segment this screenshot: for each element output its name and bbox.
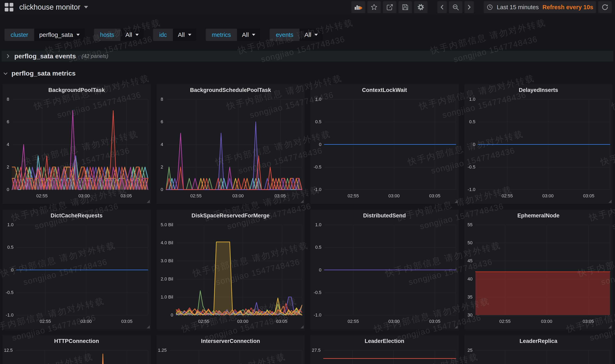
- filter-idc[interactable]: idc All: [153, 29, 196, 41]
- y-axis-tick-label: -1.0: [2, 312, 13, 318]
- x-axis-tick-label: 02:55: [30, 193, 54, 199]
- filter-events-value[interactable]: All: [299, 29, 323, 41]
- panel-title[interactable]: HTTPConnection: [2, 338, 151, 344]
- x-axis-tick-label: 03:00: [226, 193, 250, 199]
- filter-idc-value[interactable]: All: [173, 29, 196, 41]
- x-axis-tick-label: 02:55: [192, 319, 216, 324]
- panel-resize-handle[interactable]: [147, 200, 150, 203]
- chevron-down-icon: [252, 34, 255, 36]
- panel-title[interactable]: LeaderElection: [310, 338, 459, 344]
- panel-resize-handle[interactable]: [608, 325, 612, 328]
- panel-title[interactable]: LeaderReplica: [464, 338, 613, 344]
- filter-metrics-value[interactable]: All: [237, 29, 260, 41]
- chart-panel: DelayedInserts 1.00.50-0.5-1.002:5503:00…: [464, 84, 613, 204]
- y-axis-tick-label: 4: [2, 142, 9, 147]
- row-events-panel-count: (42 panels): [82, 53, 108, 59]
- x-axis-tick-label: 03:00: [382, 193, 406, 199]
- filter-events-label: events: [270, 29, 299, 41]
- row-events-collapsed[interactable]: perflog_sata events (42 panels): [2, 51, 613, 61]
- chevron-right-icon: [6, 54, 10, 58]
- chevron-down-icon: [76, 34, 80, 36]
- x-axis-tick-label: 03:05: [422, 319, 447, 324]
- template-variables-bar: cluster perflog_sata hosts All idc All m…: [0, 14, 615, 41]
- chart-panel: DictCacheRequests 1.00.50-0.5-1.002:5503…: [2, 210, 151, 329]
- panel-title[interactable]: InterserverConnection: [157, 338, 305, 344]
- x-axis-tick-label: 03:05: [115, 319, 139, 324]
- x-axis-tick-label: 02:55: [341, 319, 365, 324]
- panel-resize-handle[interactable]: [147, 325, 150, 328]
- filter-events[interactable]: events All: [270, 29, 323, 41]
- time-series-plot[interactable]: [464, 84, 613, 204]
- y-axis-tick-label: 55: [464, 222, 473, 227]
- dashboard-title[interactable]: clickhouse monitor: [19, 3, 88, 12]
- filter-cluster[interactable]: cluster perflog_sata: [4, 29, 85, 41]
- time-series-plot[interactable]: [310, 84, 459, 204]
- y-axis-tick-label: 0: [2, 187, 9, 192]
- refresh-interval-label: Refresh every 10s: [542, 4, 593, 11]
- chart-panel: ContextLockWait 1.00.50-0.5-1.002:5503:0…: [310, 84, 459, 204]
- filter-cluster-value[interactable]: perflog_sata: [34, 29, 84, 41]
- x-axis-tick-label: 02:55: [341, 193, 365, 199]
- time-series-plot[interactable]: [2, 210, 151, 329]
- y-axis-tick-label: 0.5: [2, 245, 13, 250]
- time-series-plot[interactable]: [464, 210, 613, 329]
- x-axis-tick-label: 03:05: [114, 193, 138, 199]
- panel-title[interactable]: DictCacheRequests: [2, 212, 151, 219]
- row-metrics-expanded[interactable]: perflog_sata metrics: [0, 61, 615, 84]
- star-button[interactable]: [367, 1, 381, 13]
- panel-title[interactable]: BackgroundSchedulePoolTask: [157, 87, 305, 93]
- refresh-button[interactable]: [598, 1, 612, 13]
- share-button[interactable]: [383, 1, 396, 13]
- add-panel-button[interactable]: [351, 1, 365, 13]
- time-forward-button[interactable]: [464, 1, 474, 13]
- x-axis-tick-label: 03:05: [576, 319, 601, 324]
- y-axis-tick-label: -0.5: [464, 164, 476, 170]
- settings-button[interactable]: [414, 1, 428, 13]
- y-axis-tick-label: 1.0: [310, 97, 321, 102]
- zoom-out-button[interactable]: [449, 1, 462, 13]
- y-axis-tick-label: 25: [464, 348, 473, 353]
- panel-title[interactable]: EphemeralNode: [464, 212, 613, 219]
- filter-metrics[interactable]: metrics All: [206, 29, 260, 41]
- y-axis-tick-label: 3.0 Bil: [157, 258, 173, 263]
- y-axis-tick-label: 4.0 Bil: [157, 240, 173, 246]
- panel-title[interactable]: DelayedInserts: [464, 87, 613, 93]
- panel-resize-handle[interactable]: [455, 325, 458, 328]
- share-icon: [386, 4, 393, 11]
- x-axis-tick-label: 02:55: [493, 319, 517, 324]
- y-axis-tick-label: 40: [464, 276, 473, 282]
- x-axis-tick-label: 03:05: [422, 193, 447, 199]
- panel-title[interactable]: DiskSpaceReservedForMerge: [157, 212, 305, 219]
- filter-hosts-value[interactable]: All: [120, 29, 144, 41]
- panel-resize-handle[interactable]: [608, 200, 612, 203]
- panel-resize-handle[interactable]: [301, 325, 304, 328]
- y-axis-tick-label: -0.5: [2, 290, 13, 295]
- time-series-plot[interactable]: [2, 84, 151, 204]
- panel-resize-handle[interactable]: [301, 200, 304, 203]
- panel-title[interactable]: BackgroundPoolTask: [2, 87, 151, 93]
- chart-panel: DistributedSend 1.00.50-0.5-1.002:5503:0…: [310, 210, 459, 329]
- x-axis-tick-label: 02:55: [33, 319, 58, 324]
- star-icon: [371, 4, 377, 11]
- time-range-picker[interactable]: Last 15 minutes Refresh every 10s: [484, 1, 596, 13]
- x-axis-tick-label: 03:00: [230, 319, 255, 324]
- time-back-button[interactable]: [437, 1, 447, 13]
- panel-resize-handle[interactable]: [455, 200, 458, 203]
- y-axis-tick-label: 6: [157, 119, 163, 124]
- panel-title[interactable]: ContextLockWait: [310, 87, 459, 93]
- save-button[interactable]: [399, 1, 412, 13]
- y-axis-tick-label: 5.0 Bil: [157, 222, 173, 227]
- chevron-down-icon: [188, 34, 191, 36]
- time-series-plot[interactable]: [157, 210, 305, 329]
- chart-panel: InterserverConnection 1.2502:5503:0003:0…: [157, 335, 305, 364]
- y-axis-tick-label: 0: [310, 267, 321, 273]
- filter-hosts[interactable]: hosts All: [94, 29, 144, 41]
- chevron-left-icon: [439, 4, 445, 10]
- time-series-plot[interactable]: [157, 84, 305, 204]
- grafana-logo-button[interactable]: [3, 1, 15, 13]
- panel-title[interactable]: DistributedSend: [310, 212, 459, 219]
- chart-panel: BackgroundSchedulePoolTask 8642002:5503:…: [157, 84, 305, 204]
- y-axis-tick-label: 0: [157, 312, 173, 318]
- y-axis-tick-label: -0.5: [310, 164, 321, 170]
- time-series-plot[interactable]: [310, 210, 459, 329]
